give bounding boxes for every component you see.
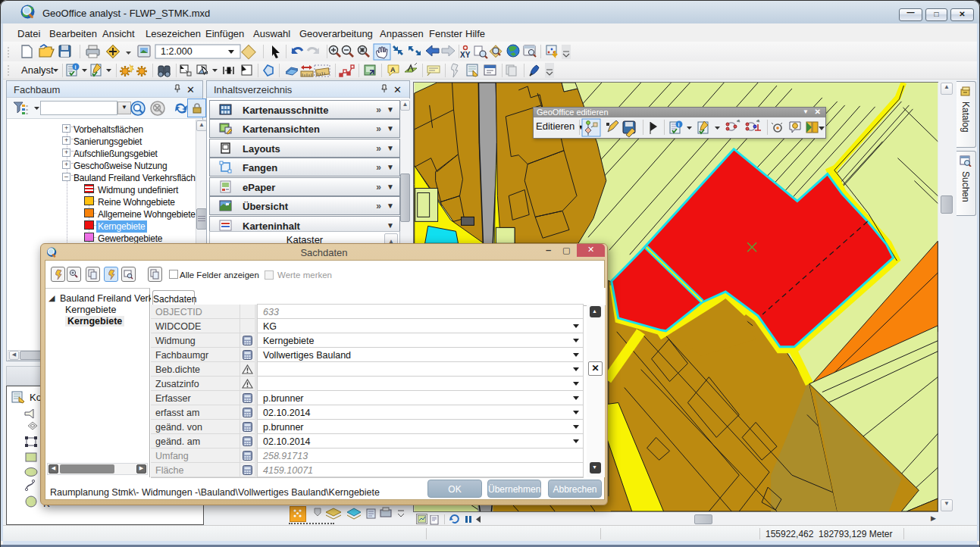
svg-text:Analyst: Analyst: [21, 64, 54, 76]
svg-text:i: i: [74, 64, 76, 70]
svg-text:1:2.000: 1:2.000: [161, 46, 193, 57]
svg-text:A: A: [390, 66, 396, 73]
svg-text:i: i: [678, 122, 680, 127]
svg-text:XY: XY: [460, 51, 471, 59]
